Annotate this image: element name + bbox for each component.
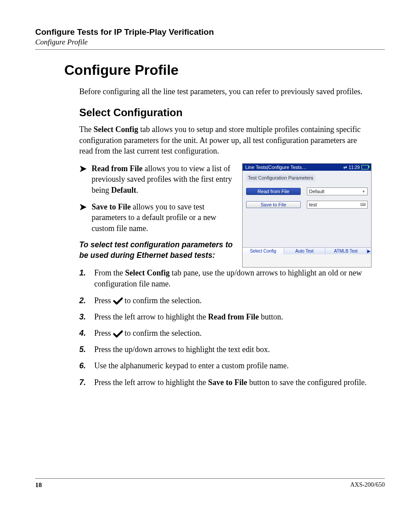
tab-select-config[interactable]: Select Config xyxy=(243,248,284,254)
section-intro: Before configuring all the line test par… xyxy=(79,86,372,97)
step-6: Use the alphanumeric keypad to enter a c… xyxy=(79,360,372,371)
screenshot-titlebar: Line Tests|Configure Tests… ⇄ 11:29 xyxy=(243,164,371,171)
step-3: Press the left arrow to highlight the Re… xyxy=(79,312,372,323)
step-7: Press the left arrow to highlight the Sa… xyxy=(79,377,372,388)
profile-name-input[interactable]: test ⌨ xyxy=(307,201,368,209)
profile-dropdown[interactable]: Default ▼ xyxy=(307,187,368,195)
header-separator xyxy=(35,49,385,50)
screenshot-caption: Test Configuration Parameters xyxy=(246,174,315,181)
read-from-file-button[interactable]: Read from File xyxy=(246,188,301,195)
model-label: AXS-200/650 xyxy=(350,481,385,489)
screenshot-title-text: Line Tests|Configure Tests… xyxy=(245,165,306,170)
section-title: Configure Profile xyxy=(64,62,385,78)
tab-scroll-right-icon[interactable]: ▶ xyxy=(366,248,371,254)
step-5: Press the up/down arrows to highlight th… xyxy=(79,344,372,355)
step-1: From the Select Config tab pane, use the… xyxy=(79,268,372,290)
check-icon xyxy=(113,297,123,305)
profile-name-value: test xyxy=(309,202,317,207)
subsection-title: Select Configuration xyxy=(79,106,385,119)
step-4: Press to confirm the selection. xyxy=(79,328,372,339)
bullet-arrow-icon: ➤ xyxy=(79,163,87,195)
check-icon xyxy=(113,330,123,338)
signal-icon: ⇄ xyxy=(343,165,347,170)
step-2: Press to confirm the selection. xyxy=(79,295,372,306)
clock-label: 11:29 xyxy=(349,165,360,170)
bullet-read-from-file: ➤ Read from File allows you to view a li… xyxy=(79,163,234,195)
battery-icon xyxy=(361,165,368,169)
profile-dropdown-value: Default xyxy=(309,189,324,194)
footer-separator xyxy=(35,478,385,479)
breadcrumb: Configure Profile xyxy=(35,38,385,47)
bullet-arrow-icon: ➤ xyxy=(79,202,87,234)
chevron-down-icon: ▼ xyxy=(362,190,365,194)
tab-auto-test[interactable]: Auto Test xyxy=(284,248,325,254)
subsection-description: The Select Config tab allows you to setu… xyxy=(79,124,372,156)
device-screenshot: Line Tests|Configure Tests… ⇄ 11:29 Test… xyxy=(242,163,372,268)
save-to-file-button[interactable]: Save to File xyxy=(246,201,301,208)
chapter-title: Configure Tests for IP Triple-Play Verif… xyxy=(35,27,385,37)
page-number: 18 xyxy=(35,481,42,489)
keyboard-icon: ⌨ xyxy=(360,202,365,207)
tab-atmlb-test[interactable]: ATMLB Test xyxy=(325,248,366,254)
instruction-lead: To select test configuration parameters … xyxy=(79,240,234,261)
bullet-save-to-file: ➤ Save to File allows you to save test p… xyxy=(79,202,234,234)
